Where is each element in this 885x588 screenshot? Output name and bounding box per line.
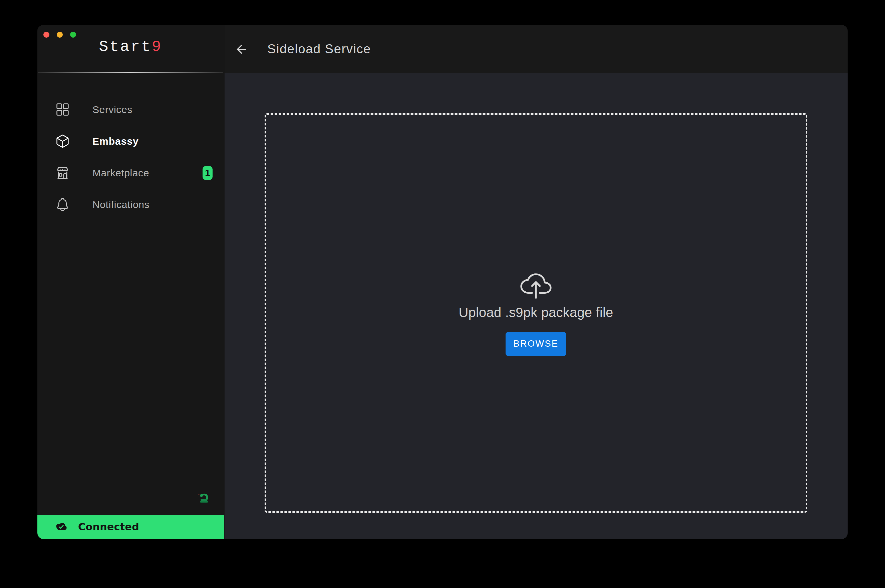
sidebar-item-marketplace[interactable]: Marketplace 1: [38, 157, 224, 189]
snake-icon: [198, 491, 210, 504]
connection-status-label: Connected: [78, 521, 139, 532]
sidebar-divider: [38, 72, 223, 73]
cube-icon: [55, 134, 70, 148]
sidebar: Start9 Services: [38, 25, 224, 539]
sidebar-nav: Services Embassy: [38, 94, 224, 220]
bell-icon: [55, 197, 70, 212]
sidebar-item-label: Marketplace: [92, 167, 149, 178]
window-controls: [44, 32, 76, 38]
sidebar-item-label: Services: [92, 104, 132, 116]
sidebar-item-embassy[interactable]: Embassy: [38, 125, 224, 157]
page-title: Sideload Service: [267, 42, 371, 56]
upload-instruction-label: Upload .s9pk package file: [459, 305, 613, 320]
sidebar-item-notifications[interactable]: Notifications: [38, 189, 224, 220]
cloud-upload-icon: [520, 270, 552, 302]
sidebar-item-label: Notifications: [92, 199, 149, 210]
grid-icon: [55, 102, 70, 117]
browse-button[interactable]: BROWSE: [506, 332, 566, 356]
arrow-back-icon: [235, 43, 248, 56]
sidebar-item-label: Embassy: [92, 136, 139, 147]
logo-accent-9: 9: [152, 38, 163, 56]
page-header: Sideload Service: [224, 25, 847, 74]
page-content: Upload .s9pk package file BROWSE: [224, 74, 847, 539]
cloud-check-icon: [53, 520, 69, 533]
start9-logo: Start9: [38, 38, 224, 56]
marketplace-update-badge: 1: [203, 166, 212, 180]
zoom-window-button[interactable]: [70, 32, 76, 38]
upload-dropzone[interactable]: Upload .s9pk package file BROWSE: [265, 113, 807, 513]
back-button[interactable]: [235, 42, 248, 56]
storefront-icon: [55, 165, 70, 180]
minimize-window-button[interactable]: [57, 32, 63, 38]
close-window-button[interactable]: [44, 32, 50, 38]
logo-text: Start: [99, 38, 152, 56]
sidebar-item-services[interactable]: Services: [38, 94, 224, 125]
app-window: Start9 Services: [38, 25, 847, 539]
connection-status-bar[interactable]: Connected: [38, 514, 224, 539]
